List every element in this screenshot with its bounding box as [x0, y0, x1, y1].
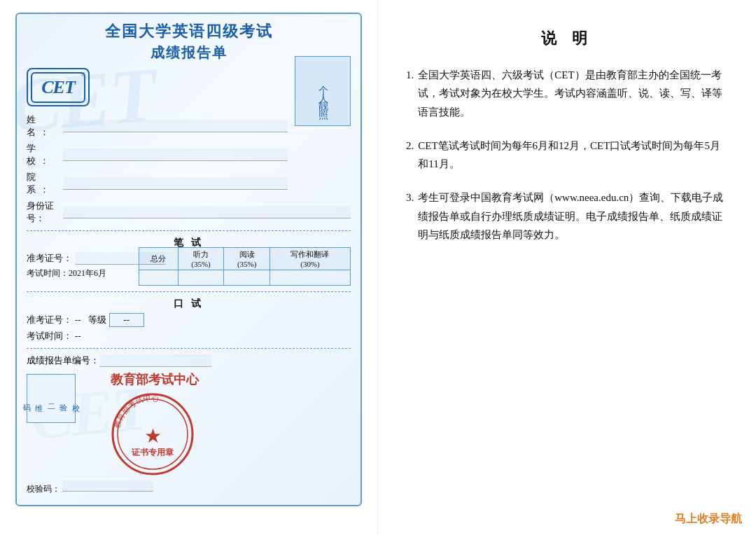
instruction-item-1: 1. 全国大学英语四、六级考试（CET）是由教育部主办的全国统一考试，考试对象为…: [406, 66, 728, 121]
bottom-section: 校验二维码 教育部考试中心 教育部考试中心: [27, 374, 351, 476]
score-table: 总分 听力(35%) 阅读(35%) 写作和翻译(30%): [139, 247, 351, 286]
footer-brand: 马上收录导航: [675, 512, 742, 527]
score-read: [224, 270, 270, 286]
qr-label: 校验二维码: [20, 398, 82, 399]
left-panel: CET CET 全国大学英语四级考试 成绩报告单 个 人 靓 照 ® CET 姓…: [0, 0, 378, 535]
oral-num-value: --: [75, 314, 81, 326]
cet-logo: ® CET: [27, 68, 90, 106]
score-write: [270, 270, 350, 286]
school-row: 学 校：: [27, 142, 351, 167]
written-exam-section: 笔 试 准考证号： 考试时间：2021年6月: [27, 237, 351, 286]
dept-value: [63, 177, 288, 190]
name-value: [63, 120, 288, 132]
score-header-write: 写作和翻译(30%): [270, 248, 350, 270]
right-panel: 说 明 1. 全国大学英语四、六级考试（CET）是由教育部主办的全国统一考试，考…: [378, 0, 756, 535]
oral-num-row: 准考证号： -- 等级 --: [27, 313, 351, 327]
instruction-item-2: 2. CET笔试考试时间为每年6月和12月，CET口试考试时间为每年5月和11月…: [406, 137, 728, 174]
cet-logo-inner: CET: [31, 72, 85, 103]
report-num-label: 成绩报告单编号：: [27, 354, 99, 367]
stamp-side-text: 教育部考试中心: [111, 370, 199, 389]
cert-card: CET CET 全国大学英语四级考试 成绩报告单 个 人 靓 照 ® CET 姓…: [15, 13, 362, 506]
report-num-row: 成绩报告单编号：: [27, 354, 351, 367]
svg-text:★: ★: [144, 425, 162, 447]
oral-time-value: --: [75, 331, 81, 342]
report-num-value: [99, 354, 211, 367]
score-header-listen: 听力(35%): [178, 248, 224, 270]
info-section: 姓 名： 学 校： 院 系： 身份证号：: [27, 113, 351, 225]
instructions-title: 说 明: [406, 28, 728, 49]
photo-box: 个 人 靓 照: [295, 56, 351, 126]
cet-logo-text: CET: [41, 77, 75, 98]
cert-title-main: 全国大学英语四级考试: [27, 21, 351, 42]
score-total: [139, 270, 178, 286]
id-label: 身份证号：: [27, 200, 63, 225]
school-value: [63, 148, 288, 161]
id-value: [63, 206, 351, 218]
score-header-total: 总分: [139, 248, 178, 270]
oral-time-label: 考试时间：: [27, 330, 72, 342]
stamp-svg: 教育部考试中心 ★ 证书专用章: [111, 392, 195, 476]
instruction-text-2: CET笔试考试时间为每年6月和12月，CET口试考试时间为每年5月和11月。: [418, 137, 728, 174]
oral-grade-label: 等级: [88, 314, 106, 326]
oral-num-label: 准考证号：: [27, 314, 72, 326]
name-label: 姓 名：: [27, 113, 63, 139]
stamp-area: 教育部考试中心 教育部考试中心 ★ 证书: [111, 370, 199, 476]
score-table-wrapper: 总分 听力(35%) 阅读(35%) 写作和翻译(30%): [27, 247, 351, 286]
instruction-num-1: 1.: [406, 66, 414, 121]
divider-3: [27, 348, 351, 349]
divider-2: [27, 291, 351, 292]
svg-text:证书专用章: 证书专用章: [132, 447, 174, 457]
score-row: [139, 270, 351, 286]
instruction-text-1: 全国大学英语四、六级考试（CET）是由教育部主办的全国统一考试，考试对象为在校大…: [418, 66, 728, 121]
verify-value: [62, 480, 153, 492]
dept-row: 院 系：: [27, 171, 351, 196]
instruction-num-3: 3.: [406, 188, 414, 244]
instruction-num-2: 2.: [406, 137, 414, 174]
oral-exam-title: 口 试: [27, 298, 351, 310]
oral-time-row: 考试时间： --: [27, 330, 351, 342]
instruction-text-3: 考生可登录中国教育考试网（www.neea.edu.cn）查询、下载电子成绩报告…: [418, 188, 728, 244]
oral-grade-value: --: [109, 313, 144, 327]
divider-1: [27, 230, 351, 231]
photo-label: 个 人 靓 照: [315, 78, 330, 105]
school-label: 学 校：: [27, 142, 63, 167]
oral-exam-section: 口 试 准考证号： -- 等级 -- 考试时间： --: [27, 298, 351, 342]
verify-label: 校验码：: [27, 484, 60, 494]
verify-row: 校验码：: [27, 480, 351, 495]
qr-box: 校验二维码: [27, 374, 76, 423]
dept-label: 院 系：: [27, 171, 63, 196]
instruction-item-3: 3. 考生可登录中国教育考试网（www.neea.edu.cn）查询、下载电子成…: [406, 188, 728, 244]
id-row: 身份证号：: [27, 200, 351, 225]
stamp-circle-wrap: 教育部考试中心 ★ 证书专用章: [111, 392, 195, 476]
oral-grade-box: 等级 --: [88, 313, 144, 327]
score-header-read: 阅读(35%): [224, 248, 270, 270]
score-listen: [178, 270, 224, 286]
reg-symbol: ®: [80, 71, 85, 78]
